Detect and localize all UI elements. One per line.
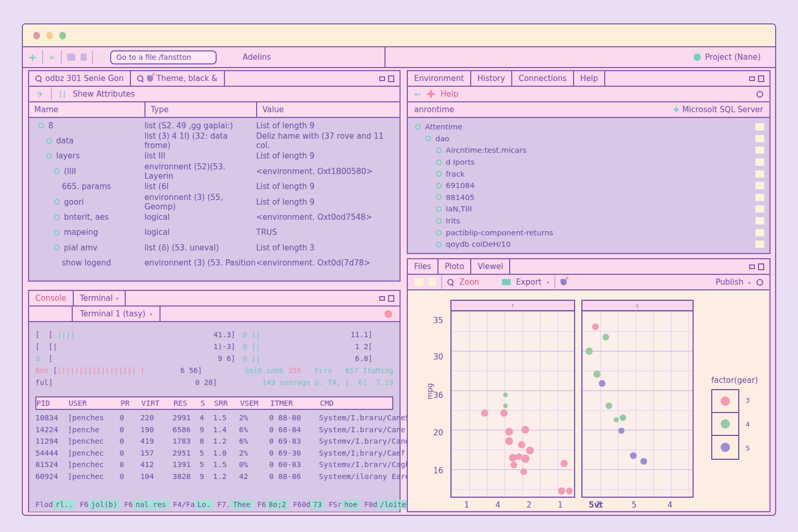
column-header[interactable]: VIRT: [141, 399, 174, 407]
data-point[interactable]: [561, 460, 568, 467]
tab-history[interactable]: History: [471, 71, 512, 86]
process-row[interactable]: 10834]penches0220299141.52%0 88-80System…: [35, 412, 393, 424]
table-row[interactable]: datalist (3) 4 1I) (32: data frome)Deliz…: [29, 133, 400, 148]
list-item[interactable]: qoydb coiDeH/10: [408, 238, 769, 250]
data-point[interactable]: [599, 380, 606, 387]
maximize-window-icon[interactable]: [59, 32, 66, 39]
process-row[interactable]: 54444]penchec0157295151.02%0 69-30System…: [35, 447, 393, 459]
table-glyph-icon[interactable]: [755, 217, 764, 224]
minimize-pane-icon[interactable]: [379, 296, 385, 301]
back-plot-icon[interactable]: [414, 278, 423, 286]
maximize-pane-icon[interactable]: [388, 295, 394, 302]
publish-button[interactable]: Publish: [716, 277, 743, 287]
tab-terminal[interactable]: Terminal ▾: [74, 291, 126, 305]
minimize-pane-icon[interactable]: [749, 264, 755, 269]
table-glyph-icon[interactable]: [755, 158, 764, 166]
data-point[interactable]: [521, 468, 527, 475]
list-item[interactable]: Attentime: [408, 121, 769, 133]
data-point[interactable]: [521, 426, 529, 434]
list-icon[interactable]: ⌊⌋: [59, 89, 65, 99]
table-row[interactable]: show logendenvironnent (3) (53. Pasition…: [29, 256, 400, 271]
export-button[interactable]: Export: [516, 277, 541, 287]
column-header[interactable]: S: [201, 399, 214, 407]
new-connection-icon[interactable]: ✚: [427, 89, 435, 99]
column-header[interactable]: ITMER: [270, 399, 320, 407]
grid-header-name[interactable]: Mame: [29, 102, 144, 117]
table-row[interactable]: mapeinglogicalTRUS: [29, 225, 400, 240]
data-point[interactable]: [500, 409, 508, 417]
data-point[interactable]: [618, 428, 624, 434]
column-header[interactable]: PID: [36, 399, 69, 407]
table-row[interactable]: layerslist IIIList of length 9: [29, 149, 400, 164]
list-item[interactable]: Aircntime:test.micars: [408, 144, 769, 156]
maximize-pane-icon[interactable]: [758, 75, 764, 82]
data-point[interactable]: [526, 446, 534, 454]
fkey-item[interactable]: Flodrl..: [35, 500, 75, 509]
process-row[interactable]: 81524]penchec0412139151.50%0 60-83System…: [35, 459, 393, 471]
data-point[interactable]: [518, 441, 525, 448]
new-file-icon[interactable]: +: [28, 52, 37, 62]
close-window-icon[interactable]: [33, 32, 40, 39]
list-item[interactable]: dao: [408, 133, 769, 145]
maximize-pane-icon[interactable]: [758, 263, 764, 270]
column-header[interactable]: PR: [121, 399, 141, 407]
terminal-selector[interactable]: Terminal 1 (tasy) ▾: [73, 307, 161, 321]
data-point[interactable]: [602, 334, 609, 340]
data-point[interactable]: [586, 348, 593, 355]
data-point[interactable]: [593, 370, 601, 378]
minimize-window-icon[interactable]: [46, 32, 53, 39]
fkey-item[interactable]: F6nal res: [124, 500, 169, 509]
tab-theme[interactable]: Theme, black &: [131, 71, 225, 86]
go-cursor-icon[interactable]: ➢: [48, 52, 56, 62]
fkey-item[interactable]: F60d73: [293, 500, 325, 509]
refresh-icon[interactable]: [756, 91, 763, 98]
list-item[interactable]: IaN,TIII: [408, 203, 769, 215]
refresh-arrow-icon[interactable]: ✈: [36, 89, 44, 99]
compile-icon[interactable]: [98, 54, 105, 61]
data-point[interactable]: [558, 487, 565, 495]
data-point[interactable]: [505, 428, 513, 436]
table-glyph-icon[interactable]: [755, 241, 764, 248]
column-header[interactable]: USER: [69, 399, 121, 407]
zoom-button[interactable]: Zoon: [459, 277, 479, 287]
list-item[interactable]: d Iports: [408, 156, 769, 168]
data-point[interactable]: [481, 409, 488, 417]
list-item[interactable]: frack: [408, 168, 769, 180]
open-file-icon[interactable]: [67, 54, 75, 61]
table-row[interactable]: 8list (S2. 49 ,gg gaplai:)List of length…: [29, 118, 400, 133]
table-glyph-icon[interactable]: [755, 194, 764, 201]
grid-header-value[interactable]: Value: [256, 102, 400, 117]
data-point[interactable]: [640, 458, 647, 465]
column-header[interactable]: CMD: [320, 399, 392, 407]
column-header[interactable]: SRR: [214, 399, 240, 407]
table-glyph-icon[interactable]: [755, 182, 764, 189]
addins-menu[interactable]: Adelins: [243, 52, 271, 62]
grid-header-type[interactable]: Type: [144, 102, 256, 117]
chevron-down-icon[interactable]: ▾: [547, 280, 549, 285]
table-row[interactable]: 665. paramslist (6IList of length 9: [29, 179, 400, 194]
goto-file-input[interactable]: Go to a file /fanstton: [110, 50, 217, 64]
process-row[interactable]: 14224]penche0190658691.46%0 68-84System/…: [35, 424, 393, 436]
data-point[interactable]: [521, 455, 529, 463]
table-row[interactable]: goorienvironnent (3) (55, Geomp)List of …: [29, 194, 400, 209]
save-icon[interactable]: [81, 54, 87, 61]
data-point[interactable]: [630, 453, 636, 459]
table-glyph-icon[interactable]: [755, 135, 764, 142]
forward-plot-icon[interactable]: [429, 278, 436, 286]
data-point[interactable]: [505, 437, 513, 445]
fkey-item[interactable]: F6jol(b): [79, 500, 119, 509]
tab-environment[interactable]: Environment: [408, 71, 471, 86]
fkey-item[interactable]: F68o;2: [257, 500, 289, 509]
data-point[interactable]: [566, 488, 573, 495]
list-item[interactable]: 881405: [408, 192, 769, 204]
maximize-pane-icon[interactable]: [388, 75, 394, 82]
tab-files[interactable]: Files: [408, 259, 438, 274]
table-glyph-icon[interactable]: [755, 147, 764, 154]
minimize-pane-icon[interactable]: [379, 76, 385, 81]
data-point[interactable]: [511, 462, 517, 469]
table-glyph-icon[interactable]: [755, 205, 764, 212]
process-row[interactable]: 60924]penchec0104382891.2420 88-86Systee…: [35, 471, 393, 483]
list-item[interactable]: pactiblip-component-returns: [408, 227, 769, 238]
list-item[interactable]: 691084: [408, 180, 769, 192]
tab-viewer[interactable]: Viewel: [471, 259, 510, 274]
